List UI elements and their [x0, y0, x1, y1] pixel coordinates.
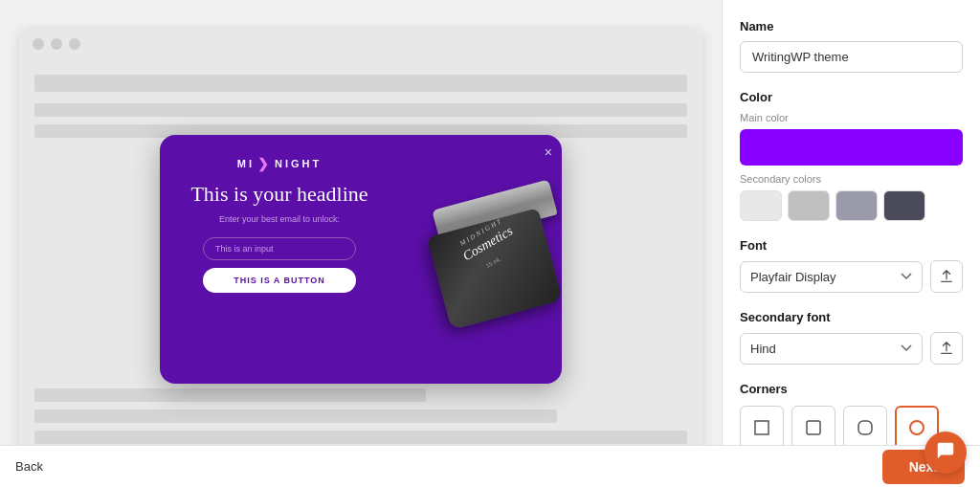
corner-medium-button[interactable] [843, 406, 887, 450]
svg-rect-3 [910, 421, 924, 434]
secondary-color-1[interactable] [740, 190, 782, 221]
settings-sidebar: Name Color Main color Secondary colors F… [722, 0, 980, 487]
upload-icon [939, 269, 954, 284]
secondary-font-select[interactable]: Hind Open Sans Roboto Lato [740, 333, 923, 365]
popup-email-input[interactable] [203, 237, 356, 260]
browser-titlebar [19, 29, 702, 59]
secondary-font-row: Hind Open Sans Roboto Lato [740, 332, 963, 365]
secondary-colors-label: Secondary colors [740, 173, 963, 185]
corner-large-icon [906, 417, 927, 438]
corner-none-button[interactable] [740, 406, 784, 450]
main-color-swatch[interactable] [740, 129, 963, 166]
preview-area: × MI ❯ NIGHT This is your headline Enter… [0, 0, 722, 487]
corner-small-icon [803, 417, 824, 438]
name-input[interactable] [740, 41, 963, 73]
name-section: Name [740, 19, 963, 73]
secondary-color-4[interactable] [883, 190, 925, 221]
corners-label: Corners [740, 382, 963, 396]
corner-none-icon [751, 417, 772, 438]
corner-medium-icon [855, 417, 876, 438]
secondary-font-section: Secondary font Hind Open Sans Roboto Lat… [740, 310, 963, 365]
font-upload-button[interactable] [930, 260, 963, 293]
color-label: Color [740, 90, 963, 104]
popup-modal: × MI ❯ NIGHT This is your headline Enter… [160, 135, 562, 384]
browser-dot-red [33, 38, 44, 50]
popup-cta-button[interactable]: THIS IS A BUTTON [203, 268, 356, 293]
jar-container: MIDNIGHT Cosmetics 15 mL [418, 144, 562, 355]
color-section: Color Main color Secondary colors [740, 90, 963, 221]
font-row: Playfair Display Georgia Times New Roman… [740, 260, 963, 293]
popup-close-button[interactable]: × [545, 144, 552, 160]
secondary-colors-row [740, 190, 963, 221]
name-label: Name [740, 19, 963, 33]
popup-subtitle: Enter your best email to unlock: [219, 214, 340, 224]
popup-brand-text: MI [237, 158, 255, 169]
secondary-font-upload-button[interactable] [930, 332, 963, 365]
upload-icon-2 [939, 341, 954, 356]
font-section: Font Playfair Display Georgia Times New … [740, 238, 963, 293]
footer-bar: Back Next [0, 445, 980, 487]
popup-brand-diamond: ❯ [257, 156, 272, 171]
browser-dot-green [69, 38, 80, 50]
corner-small-button[interactable] [791, 406, 835, 450]
chat-button[interactable] [924, 432, 967, 474]
secondary-font-label: Secondary font [740, 310, 963, 324]
svg-rect-0 [755, 421, 768, 434]
jar-sublabel: 15 mL [485, 255, 501, 269]
popup-left-section: MI ❯ NIGHT This is your headline Enter y… [160, 135, 399, 384]
secondary-color-3[interactable] [835, 190, 878, 221]
chat-svg-icon [935, 440, 956, 461]
back-button[interactable]: Back [15, 459, 43, 474]
browser-mockup: × MI ❯ NIGHT This is your headline Enter… [19, 29, 702, 459]
secondary-color-2[interactable] [788, 190, 830, 221]
main-color-label: Main color [740, 112, 963, 123]
font-label: Font [740, 238, 963, 253]
popup-headline: This is your headline [190, 181, 368, 208]
font-select[interactable]: Playfair Display Georgia Times New Roman… [740, 261, 923, 293]
chat-icon [935, 440, 956, 466]
popup-brand: MI ❯ NIGHT [237, 156, 322, 171]
svg-rect-1 [807, 421, 820, 434]
browser-dot-yellow [51, 38, 62, 50]
browser-content: × MI ❯ NIGHT This is your headline Enter… [19, 59, 702, 459]
popup-brand-suffix: NIGHT [275, 158, 322, 169]
svg-rect-2 [858, 421, 872, 434]
popup-right-section: MIDNIGHT Cosmetics 15 mL [399, 135, 562, 384]
